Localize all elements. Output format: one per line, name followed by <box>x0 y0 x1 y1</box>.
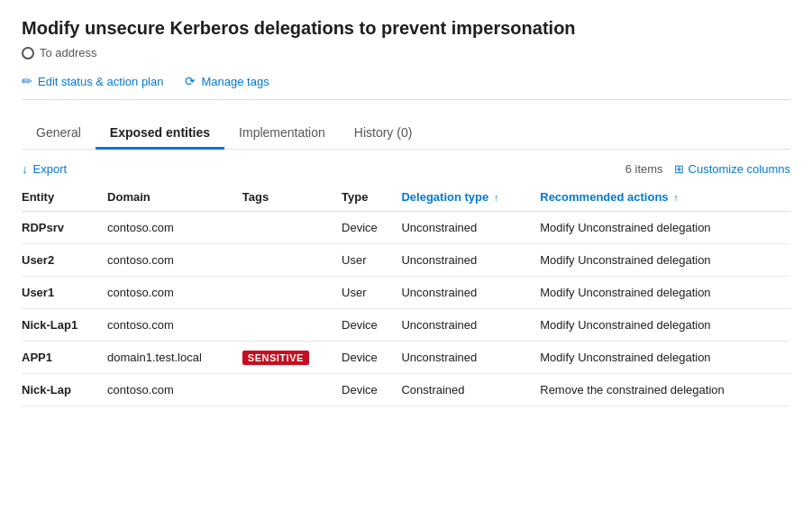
entity-name: APP1 <box>22 351 52 364</box>
entity-name: Nick-Lap1 <box>22 318 78 332</box>
export-icon: ↓ <box>22 162 28 176</box>
cell-tags: SENSITIVE <box>242 342 342 374</box>
cell-tags <box>242 309 342 342</box>
table-body: RDPsrvcontoso.comDeviceUnconstrainedModi… <box>22 212 790 406</box>
col-tags: Tags <box>242 183 342 212</box>
manage-tags-label: Manage tags <box>201 75 269 88</box>
items-count: 6 items <box>625 162 663 176</box>
status-row: To address <box>22 46 790 59</box>
right-toolbar: 6 items ⊞ Customize columns <box>625 162 790 176</box>
cell-type: Device <box>342 309 401 342</box>
edit-status-label: Edit status & action plan <box>38 75 163 88</box>
customize-label: Customize columns <box>689 162 790 176</box>
cell-domain: contoso.com <box>107 212 242 244</box>
cell-type: Device <box>342 374 401 406</box>
export-button[interactable]: ↓ Export <box>22 162 67 176</box>
cell-recommended-actions: Modify Unconstrained delegation <box>540 212 790 244</box>
header-row: Entity Domain Tags Type Delegation type … <box>22 183 790 212</box>
cell-type: User <box>342 277 401 309</box>
cell-recommended-actions: Modify Unconstrained delegation <box>540 277 790 309</box>
cell-domain: domain1.test.local <box>107 342 242 374</box>
table-header: Entity Domain Tags Type Delegation type … <box>22 183 790 212</box>
entity-name: User2 <box>22 253 54 267</box>
cell-recommended-actions: Modify Unconstrained delegation <box>540 244 790 277</box>
table-row: APP1domain1.test.localSENSITIVEDeviceUnc… <box>22 342 790 374</box>
cell-delegation-type: Unconstrained <box>401 244 540 277</box>
tab-general[interactable]: General <box>22 118 96 150</box>
sort-arrow-delegation: ↑ <box>494 192 499 203</box>
cell-recommended-actions: Modify Unconstrained delegation <box>540 309 790 342</box>
cell-delegation-type: Unconstrained <box>401 309 540 342</box>
col-entity: Entity <box>22 183 107 212</box>
tabs-bar: General Exposed entities Implementation … <box>22 118 790 150</box>
table-row: RDPsrvcontoso.comDeviceUnconstrainedModi… <box>22 212 790 244</box>
entity-name: RDPsrv <box>22 221 64 234</box>
edit-status-button[interactable]: ✏ Edit status & action plan <box>22 74 163 88</box>
action-bar: ✏ Edit status & action plan ⟳ Manage tag… <box>22 74 790 100</box>
col-type: Type <box>342 183 401 212</box>
export-label: Export <box>33 162 68 176</box>
cell-entity[interactable]: APP1 <box>22 342 107 374</box>
tab-history[interactable]: History (0) <box>340 118 427 150</box>
col-recommended-actions[interactable]: Recommended actions ↑ <box>540 183 790 212</box>
sort-arrow-recommended: ↑ <box>673 192 679 203</box>
status-label: To address <box>40 46 97 59</box>
cell-tags <box>242 212 342 244</box>
customize-icon: ⊞ <box>674 162 684 176</box>
entity-name: Nick-Lap <box>22 383 71 397</box>
edit-icon: ✏ <box>22 74 32 88</box>
tags-icon: ⟳ <box>185 74 196 88</box>
status-circle-icon <box>22 47 34 59</box>
tab-exposed-entities[interactable]: Exposed entities <box>96 118 224 150</box>
cell-type: User <box>342 244 401 277</box>
cell-recommended-actions: Remove the constrained delegation <box>540 374 790 406</box>
cell-entity[interactable]: RDPsrv <box>22 212 107 244</box>
entities-table: Entity Domain Tags Type Delegation type … <box>22 183 790 406</box>
page-title: Modify unsecure Kerberos delegations to … <box>22 18 790 39</box>
cell-domain: contoso.com <box>107 244 242 277</box>
cell-entity[interactable]: User1 <box>22 277 107 309</box>
cell-entity[interactable]: Nick-Lap <box>22 374 107 406</box>
cell-delegation-type: Unconstrained <box>401 277 540 309</box>
cell-tags <box>242 244 342 277</box>
cell-type: Device <box>342 342 401 374</box>
entity-name: User1 <box>22 286 54 299</box>
table-row: Nick-Lap1contoso.comDeviceUnconstrainedM… <box>22 309 790 342</box>
tab-implementation[interactable]: Implementation <box>224 118 340 150</box>
cell-delegation-type: Unconstrained <box>401 212 540 244</box>
table-row: Nick-Lapcontoso.comDeviceConstrainedRemo… <box>22 374 790 406</box>
cell-type: Device <box>342 212 401 244</box>
sensitive-badge: SENSITIVE <box>242 351 309 365</box>
cell-domain: contoso.com <box>107 277 242 309</box>
cell-recommended-actions: Modify Unconstrained delegation <box>540 342 790 374</box>
table-toolbar: ↓ Export 6 items ⊞ Customize columns <box>22 162 790 176</box>
cell-entity[interactable]: Nick-Lap1 <box>22 309 107 342</box>
col-delegation-type[interactable]: Delegation type ↑ <box>401 183 540 212</box>
cell-delegation-type: Unconstrained <box>401 342 540 374</box>
table-row: User1contoso.comUserUnconstrainedModify … <box>22 277 790 309</box>
manage-tags-button[interactable]: ⟳ Manage tags <box>185 74 269 88</box>
cell-domain: contoso.com <box>107 309 242 342</box>
table-row: User2contoso.comUserUnconstrainedModify … <box>22 244 790 277</box>
cell-entity[interactable]: User2 <box>22 244 107 277</box>
cell-delegation-type: Constrained <box>401 374 540 406</box>
customize-columns-button[interactable]: ⊞ Customize columns <box>674 162 790 176</box>
cell-tags <box>242 277 342 309</box>
cell-domain: contoso.com <box>107 374 242 406</box>
col-domain: Domain <box>107 183 242 212</box>
cell-tags <box>242 374 342 406</box>
